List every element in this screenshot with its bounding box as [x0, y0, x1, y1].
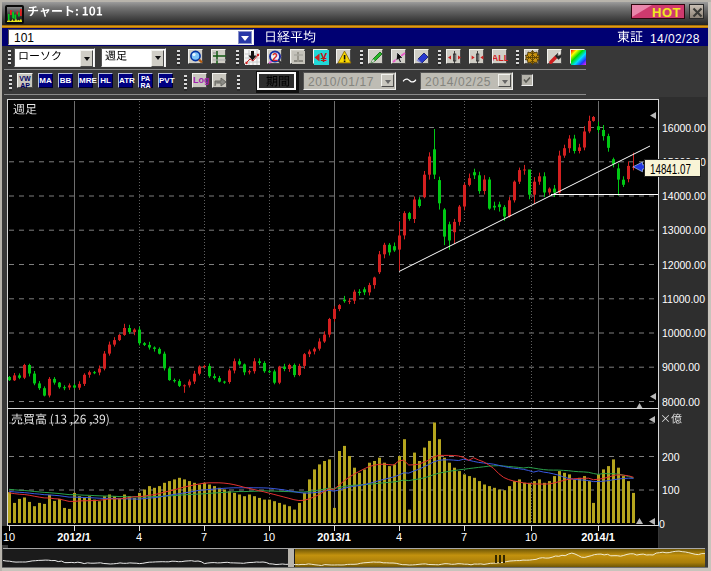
- svg-text:ALL: ALL: [493, 53, 508, 63]
- svg-text:¥: ¥: [320, 51, 327, 65]
- svg-text:2: 2: [272, 52, 278, 63]
